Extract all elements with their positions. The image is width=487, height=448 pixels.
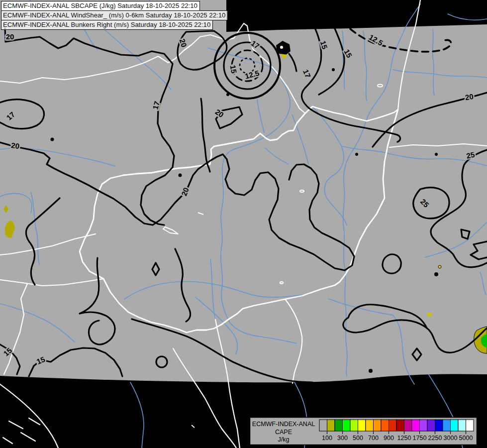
legend-color-cell	[381, 420, 389, 431]
legend-color-cell	[412, 420, 420, 431]
legend-title-line: CAPE	[275, 429, 292, 436]
legend-color-cell	[343, 420, 351, 431]
lake-small-2	[300, 190, 304, 192]
map-canvas: 20201717202020171512.515151712.520252515…	[0, 0, 487, 448]
title-block: ECMWF-INDEX-ANAL SBCAPE (J/kg) Saturday …	[1, 1, 228, 30]
legend-color-cell	[350, 420, 358, 431]
contour-value-label: 15	[229, 64, 239, 74]
legend-color-cell	[335, 420, 343, 431]
legend-tick-label: 1250	[397, 435, 411, 442]
legend-color-cell	[443, 420, 451, 431]
legend-tick-label: 300	[337, 435, 348, 442]
legend-color-cell	[466, 420, 474, 431]
title-line-sbcape: ECMWF-INDEX-ANAL SBCAPE (J/kg) Saturday …	[1, 1, 200, 11]
contour-value-label: 20	[10, 141, 20, 150]
legend-tick-label: 900	[384, 435, 394, 442]
legend-color-cell	[404, 420, 412, 431]
contour-value-label: 20	[6, 32, 14, 41]
title-line-bunkers: ECMWF-INDEX-ANAL Bunkers Right (m/s) Sat…	[1, 20, 213, 30]
lake-small-3	[280, 282, 283, 284]
legend-tick-label: 500	[353, 435, 363, 442]
legend-color-cell	[451, 420, 459, 431]
lake-small-1	[378, 85, 383, 87]
legend-color-cell	[327, 420, 335, 431]
legend-color-cell	[435, 420, 443, 431]
legend-color-cell	[319, 420, 327, 431]
cape-patch-east-dot	[438, 265, 441, 268]
legend-color-cell	[366, 420, 374, 431]
title-line-windshear: ECMWF-INDEX-ANAL WindShear_ (m/s) 0-6km …	[1, 10, 228, 20]
weather-map-screenshot: 20201717202020171512.515151712.520252515…	[0, 0, 487, 448]
legend-tick-label: 700	[368, 435, 379, 442]
legend-tick-label: 2250	[428, 435, 442, 442]
legend-color-cell	[358, 420, 366, 431]
legend-color-cell	[458, 420, 466, 431]
contour-value-label: 25	[466, 150, 476, 160]
legend-tick-label: 5000	[459, 435, 473, 442]
legend-tick-label: 100	[322, 435, 332, 442]
legend-color-cell	[396, 420, 404, 431]
legend-color-cell	[374, 420, 382, 431]
legend-color-cell	[389, 420, 397, 431]
shear-minimum-center	[280, 46, 283, 49]
cape-legend: ECMWF-INDEX-ANALCAPEJ/kg1003005007009001…	[250, 418, 477, 445]
legend-tick-label: 3000	[444, 435, 458, 442]
legend-color-cell	[420, 420, 428, 431]
legend-tick-label: 1750	[413, 435, 427, 442]
legend-title-line: ECMWF-INDEX-ANAL	[252, 421, 315, 428]
contour-value-label: 20	[465, 92, 474, 102]
legend-color-cell	[427, 420, 435, 431]
legend-title-line: J/kg	[278, 436, 290, 443]
